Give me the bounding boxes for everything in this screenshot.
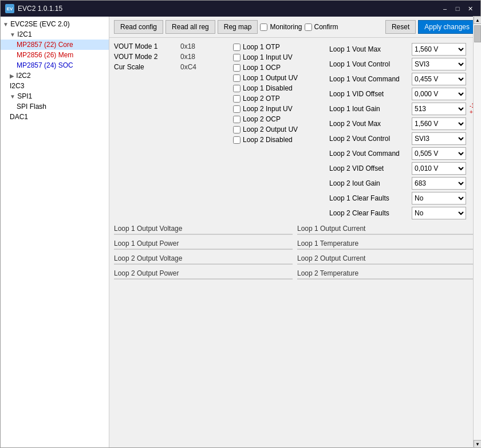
- sidebar-item-i2c3[interactable]: I2C3: [1, 81, 109, 91]
- param-label-6: Loop 2 Vout Control: [329, 135, 409, 143]
- reg-label-2: Cur Scale: [114, 63, 177, 71]
- param-row-3: Loop 1 VID Offset 0,000 V: [329, 87, 480, 101]
- param-select-7[interactable]: 0,505 V: [412, 147, 466, 160]
- sidebar-item-i2c1[interactable]: ▼ I2C1: [1, 29, 109, 40]
- param-select-9[interactable]: 683: [412, 177, 466, 190]
- sidebar-item-dac1[interactable]: DAC1: [1, 112, 109, 122]
- chart-area-loop1-temp: [297, 249, 476, 250]
- cb-loop2-otp-input[interactable]: [233, 95, 240, 103]
- apply-changes-button[interactable]: Apply changes: [418, 20, 476, 34]
- checkboxes-col: Loop 1 OTP Loop 1 Input UV Loop 1 OCP: [233, 42, 325, 220]
- chart-loop2-output-power: Loop 2 Output Power: [114, 269, 293, 280]
- param-select-8[interactable]: 0,010 V: [412, 162, 466, 175]
- cb-loop2-input-uv-input[interactable]: [233, 105, 240, 113]
- cb-loop1-otp-input[interactable]: [233, 44, 240, 51]
- param-row-2: Loop 1 Vout Command 0,455 V: [329, 72, 480, 86]
- reg-value-1: 0x18: [180, 53, 195, 61]
- maximize-button[interactable]: □: [452, 3, 463, 14]
- chart-loop2-output-current: Loop 2 Output Current: [297, 254, 476, 265]
- read-config-button[interactable]: Read config: [114, 20, 163, 34]
- reg-value-2: 0xC4: [180, 63, 196, 71]
- chart-title-loop1-power: Loop 1 Output Power: [114, 239, 293, 247]
- param-select-6[interactable]: SVI3: [412, 132, 466, 145]
- confirm-checkbox-label[interactable]: Confirm: [305, 23, 338, 31]
- chart-area-loop2-current: [297, 264, 476, 265]
- cb-loop2-ocp-input[interactable]: [233, 116, 240, 123]
- cb-loop1-disabled-input[interactable]: [233, 85, 240, 92]
- sidebar-item-spi-flash[interactable]: SPI Flash: [1, 101, 109, 112]
- param-select-3[interactable]: 0,000 V: [412, 88, 466, 100]
- cb-loop1-input-uv-input[interactable]: [233, 54, 240, 61]
- chart-loop1-output-voltage: Loop 1 Output Voltage: [114, 225, 293, 235]
- monitoring-checkbox-label[interactable]: Monitoring: [260, 23, 302, 31]
- minimize-button[interactable]: –: [439, 3, 451, 14]
- cb-loop1-input-uv: Loop 1 Input UV: [233, 53, 325, 62]
- sidebar-item-spi1[interactable]: ▼ SPI1: [1, 91, 109, 101]
- reg-map-button[interactable]: Reg map: [218, 20, 258, 34]
- cb-loop2-output-uv-input[interactable]: [233, 126, 240, 133]
- chart-area-loop1-voltage: [114, 234, 293, 235]
- chart-title-loop2-power: Loop 2 Output Power: [114, 269, 293, 277]
- read-all-reg-button[interactable]: Read all reg: [165, 20, 215, 34]
- close-button[interactable]: ✕: [464, 3, 476, 14]
- param-row-0: Loop 1 Vout Max 1,560 V: [329, 42, 480, 56]
- param-row-8: Loop 2 VID Offset 0,010 V: [329, 162, 480, 175]
- sidebar-item-evc2se[interactable]: ▼ EVC2SE (EVC 2.0): [1, 19, 109, 29]
- chart-loop2-output-voltage: Loop 2 Output Voltage: [114, 254, 293, 265]
- param-select-5[interactable]: 1,560 V: [412, 117, 466, 130]
- chart-area-loop2-power: [114, 278, 293, 280]
- title-bar: EV EVC2 1.0.1.15 – □ ✕: [1, 1, 480, 17]
- param-label-4: Loop 1 Iout Gain: [329, 105, 409, 113]
- param-label-2: Loop 1 Vout Command: [329, 75, 409, 83]
- top-section: VOUT Mode 1 0x18 VOUT Mode 2 0x18 Cur Sc…: [114, 42, 476, 220]
- param-label-8: Loop 2 VID Offset: [329, 164, 409, 172]
- param-select-2[interactable]: 0,455 V: [412, 73, 466, 85]
- cb-loop1-ocp-input[interactable]: [233, 64, 240, 72]
- param-row-7: Loop 2 Vout Command 0,505 V: [329, 147, 480, 160]
- param-label-11: Loop 2 Clear Faults: [329, 209, 409, 217]
- reg-row-1: VOUT Mode 2 0x18: [114, 53, 228, 61]
- scroll-up-button[interactable]: ▲: [474, 17, 480, 24]
- scroll-down-button[interactable]: ▼: [474, 440, 480, 447]
- confirm-checkbox[interactable]: [305, 23, 312, 31]
- reg-row-0: VOUT Mode 1 0x18: [114, 42, 228, 50]
- param-select-10[interactable]: No: [412, 192, 466, 205]
- cb-loop2-disabled-input[interactable]: [233, 136, 240, 144]
- param-select-4[interactable]: 513: [412, 103, 466, 115]
- scroll-track[interactable]: [474, 24, 480, 440]
- param-label-7: Loop 2 Vout Command: [329, 150, 409, 158]
- param-label-5: Loop 2 Vout Max: [329, 120, 409, 128]
- sidebar-item-mp2857-24[interactable]: MP2857 (24) SOC: [1, 60, 109, 70]
- param-select-11[interactable]: No: [412, 207, 466, 219]
- chart-loop2-temperature: Loop 2 Temperature: [297, 269, 476, 280]
- reg-row-2: Cur Scale 0xC4: [114, 63, 228, 71]
- param-label-9: Loop 2 Iout Gain: [329, 179, 409, 187]
- chart-row-0: Loop 1 Output Voltage Loop 1 Output Curr…: [114, 225, 476, 235]
- reg-value-0: 0x18: [180, 42, 195, 50]
- params-col: Loop 1 Vout Max 1,560 V Loop 1 Vout Cont…: [329, 42, 480, 220]
- param-row-10: Loop 1 Clear Faults No: [329, 191, 480, 205]
- reset-button[interactable]: Reset: [385, 20, 416, 34]
- cb-loop1-output-uv-input[interactable]: [233, 74, 240, 82]
- sidebar-item-mp2857-22[interactable]: MP2857 (22) Core: [1, 40, 109, 50]
- scroll-thumb[interactable]: [474, 25, 481, 42]
- param-row-9: Loop 2 Iout Gain 683: [329, 176, 480, 190]
- chart-row-3: Loop 2 Output Power Loop 2 Temperature: [114, 269, 476, 280]
- cb-loop2-input-uv: Loop 2 Input UV: [233, 104, 325, 113]
- chart-title-loop2-temp: Loop 2 Temperature: [297, 269, 476, 277]
- sidebar-item-mp2856-26[interactable]: MP2856 (26) Mem: [1, 50, 109, 60]
- title-bar-controls: – □ ✕: [439, 3, 476, 14]
- monitoring-checkbox[interactable]: [260, 23, 267, 31]
- title-bar-left: EV EVC2 1.0.1.15: [5, 4, 62, 13]
- param-select-0[interactable]: 1,560 V: [412, 43, 466, 56]
- chart-area-loop1-current: [297, 234, 476, 235]
- param-select-1[interactable]: SVI3: [412, 58, 466, 70]
- cb-loop2-ocp: Loop 2 OCP: [233, 115, 325, 124]
- cb-loop2-disabled: Loop 2 Disabled: [233, 135, 325, 144]
- chart-area-loop1-power: [114, 249, 293, 250]
- cb-loop1-otp: Loop 1 OTP: [233, 42, 325, 52]
- chart-row-1: Loop 1 Output Power Loop 1 Temperature: [114, 239, 476, 250]
- chart-title-loop1-voltage: Loop 1 Output Voltage: [114, 225, 293, 233]
- reg-label-1: VOUT Mode 2: [114, 53, 177, 61]
- sidebar-item-i2c2[interactable]: ▶ I2C2: [1, 70, 109, 81]
